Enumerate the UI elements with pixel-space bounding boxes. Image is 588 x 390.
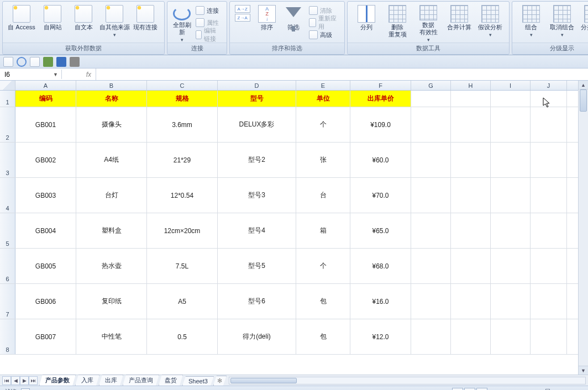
sheet-tab-5[interactable]: Sheet3: [182, 376, 214, 386]
cell-I4[interactable]: [491, 178, 531, 213]
hscroll-thumb[interactable]: [230, 378, 297, 383]
cell-D4[interactable]: 型号3: [218, 178, 296, 213]
new-sheet-tab[interactable]: ✻: [213, 376, 227, 386]
cell-J1[interactable]: [531, 91, 567, 107]
row-header-4[interactable]: 4: [0, 178, 15, 213]
connections-button[interactable]: 连接: [196, 5, 221, 16]
cell-J6[interactable]: [531, 249, 567, 283]
cell-I6[interactable]: [491, 249, 531, 283]
cell-B4[interactable]: 台灯: [76, 178, 147, 213]
sheet-tab-3[interactable]: 产品查询: [123, 375, 159, 386]
fx-label[interactable]: fx: [86, 71, 91, 78]
sort-button[interactable]: AZ↓排序: [254, 4, 280, 43]
sheet-tab-2[interactable]: 出库: [99, 375, 123, 386]
ungroup-button[interactable]: 取消组合: [547, 4, 578, 43]
whatif-button[interactable]: 假设分析: [475, 4, 506, 43]
sheet-tab-4[interactable]: 盘货: [159, 375, 183, 386]
filter-button[interactable]: 筛选: [280, 4, 307, 43]
horizontal-scrollbar[interactable]: [229, 377, 586, 384]
cell-C8[interactable]: 0.5: [147, 319, 218, 354]
tab-prev-icon[interactable]: ◀: [11, 376, 20, 385]
row-header-3[interactable]: 3: [0, 143, 15, 177]
col-header-J[interactable]: J: [531, 81, 567, 90]
col-header-E[interactable]: E: [296, 81, 350, 90]
row-header-6[interactable]: 6: [0, 249, 15, 283]
cell-J3[interactable]: [531, 143, 567, 177]
cell-B7[interactable]: 复印纸: [76, 284, 147, 319]
cell-H6[interactable]: [451, 249, 491, 283]
existing-conn-button[interactable]: 现有连接: [130, 4, 161, 43]
cell-A2[interactable]: GB001: [15, 107, 76, 142]
cell-A5[interactable]: GB004: [15, 213, 76, 248]
cell-F7[interactable]: ¥16.0: [350, 284, 411, 319]
cell-B8[interactable]: 中性笔: [76, 319, 147, 354]
cell-E8[interactable]: 包: [296, 319, 350, 354]
col-header-H[interactable]: H: [451, 81, 491, 90]
cell-C2[interactable]: 3.6mm: [147, 107, 218, 142]
save-icon[interactable]: [56, 57, 66, 67]
advanced-button[interactable]: 高级: [309, 29, 339, 40]
cell-D6[interactable]: 型号5: [218, 249, 296, 283]
from-other-button[interactable]: 自其他来源: [99, 4, 130, 43]
cell-I2[interactable]: [491, 107, 531, 142]
sheet-tab-1[interactable]: 入库: [75, 375, 99, 386]
cell-H3[interactable]: [451, 143, 491, 177]
subtotal-button[interactable]: 分类汇总: [578, 4, 588, 43]
cell-A6[interactable]: GB005: [15, 249, 76, 283]
cell-A4[interactable]: GB003: [15, 178, 76, 213]
col-header-D[interactable]: D: [218, 81, 296, 90]
cell-B1[interactable]: 名称: [76, 91, 147, 107]
data-valid-button[interactable]: 数据有效性: [413, 4, 444, 43]
row-header-8[interactable]: 8: [0, 319, 15, 354]
text-to-cols-button[interactable]: 分列: [351, 4, 382, 43]
col-header-A[interactable]: A: [15, 81, 76, 90]
cell-C3[interactable]: 21*29: [147, 143, 218, 177]
scroll-thumb[interactable]: [580, 89, 587, 112]
from-access-button[interactable]: 自 Access: [6, 4, 37, 43]
cell-D3[interactable]: 型号2: [218, 143, 296, 177]
cell-I3[interactable]: [491, 143, 531, 177]
zoom-in-icon[interactable]: ＋: [578, 388, 584, 390]
cell-G7[interactable]: [411, 284, 451, 319]
view-normal-icon[interactable]: [452, 388, 463, 391]
cell-F6[interactable]: ¥68.0: [350, 249, 411, 283]
row-header-5[interactable]: 5: [0, 213, 15, 248]
name-box-dropdown-icon[interactable]: ▼: [53, 72, 58, 77]
cell-F8[interactable]: ¥12.0: [350, 319, 411, 354]
cell-C5[interactable]: 12cm×20cm: [147, 213, 218, 248]
cell-E7[interactable]: 包: [296, 284, 350, 319]
cell-G2[interactable]: [411, 107, 451, 142]
status-macro-icon[interactable]: [21, 388, 30, 391]
cell-D5[interactable]: 型号4: [218, 213, 296, 248]
cell-A3[interactable]: GB002: [15, 143, 76, 177]
cell-C1[interactable]: 规格: [147, 91, 218, 107]
view-pagebreak-icon[interactable]: [476, 388, 487, 391]
cell-G8[interactable]: [411, 319, 451, 354]
cell-G5[interactable]: [411, 213, 451, 248]
remove-dup-button[interactable]: 删除重复项: [382, 4, 413, 43]
cell-H4[interactable]: [451, 178, 491, 213]
cell-H1[interactable]: [451, 91, 491, 107]
cell-C6[interactable]: 7.5L: [147, 249, 218, 283]
consolidate-button[interactable]: 合并计算: [444, 4, 475, 43]
scroll-down-icon[interactable]: ▼: [579, 366, 588, 375]
qat-icon-4[interactable]: [43, 57, 53, 67]
cell-E6[interactable]: 个: [296, 249, 350, 283]
cell-J2[interactable]: [531, 107, 567, 142]
cell-H2[interactable]: [451, 107, 491, 142]
cell-D8[interactable]: 得力(deli): [218, 319, 296, 354]
row-header-1[interactable]: 1: [0, 91, 15, 107]
cell-D1[interactable]: 型号: [218, 91, 296, 107]
row-header-2[interactable]: 2: [0, 107, 15, 142]
cell-E3[interactable]: 张: [296, 143, 350, 177]
qat-icon-3[interactable]: [30, 57, 40, 67]
cell-J4[interactable]: [531, 178, 567, 213]
from-text-button[interactable]: 自文本: [68, 4, 99, 43]
qat-icon-1[interactable]: [3, 57, 13, 67]
cell-G4[interactable]: [411, 178, 451, 213]
scroll-up-icon[interactable]: ▲: [579, 81, 588, 89]
cell-G3[interactable]: [411, 143, 451, 177]
cell-B3[interactable]: A4纸: [76, 143, 147, 177]
vertical-scrollbar[interactable]: ▲ ▼: [578, 81, 588, 375]
cell-G1[interactable]: [411, 91, 451, 107]
